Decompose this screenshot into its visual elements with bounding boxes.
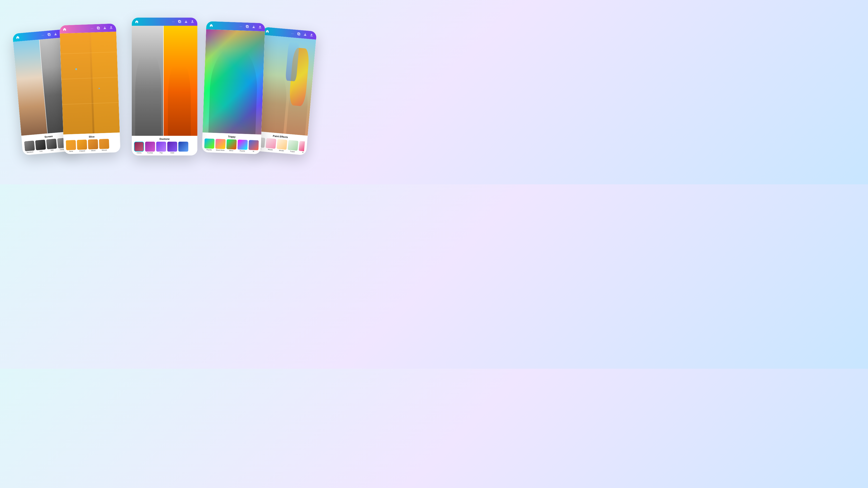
phone-card-duotone: ··· Duotone (132, 18, 197, 156)
more-icon-3[interactable]: ··· (171, 20, 176, 24)
home-icon-4[interactable] (209, 23, 214, 28)
share-icon-2[interactable] (109, 25, 114, 30)
thumb-label-mosaic: Mosaic (268, 149, 273, 151)
thumb-pop[interactable]: Pop (156, 142, 166, 154)
thumb-label-mood-stone: Mood Stone (216, 149, 224, 151)
thumb-trygon[interactable]: Trygon (287, 140, 298, 153)
copy-icon-4[interactable] (245, 24, 250, 29)
download-icon-5[interactable] (303, 32, 308, 37)
svg-rect-2 (98, 27, 100, 29)
thumbnails-duotone: Cherry Fuchsia Pop Violet (134, 142, 195, 154)
thumb-img-semitone (24, 140, 35, 151)
home-icon-2[interactable] (62, 27, 67, 32)
thumb-sliced[interactable]: Sliced (88, 139, 98, 152)
thumb-img-cherry (134, 142, 144, 152)
thumb-label-fluorite-2: Fluorite (240, 150, 245, 152)
download-icon-3[interactable] (184, 20, 188, 24)
copy-icon-2[interactable] (96, 26, 101, 31)
thumb-label-cherry: Cherry (136, 152, 141, 154)
thumb-minced[interactable]: Minced (99, 139, 110, 151)
thumb-label-none-slice: None (69, 151, 73, 152)
thumb-mirror[interactable]: Mirror (226, 139, 237, 152)
thumb-mosaic[interactable]: Mosaic (266, 138, 276, 151)
thumb-label-fuchsia: Fuchsia (147, 152, 153, 154)
thumb-label-m-trippy: M (253, 151, 254, 152)
header-3: ··· (132, 18, 197, 26)
thumb-chipped[interactable]: Chipped (77, 140, 87, 152)
thumb-label-chipped: Chipped (79, 150, 85, 152)
thumb-fluorite-1[interactable]: Fluorite (204, 138, 215, 151)
image-trippy (203, 29, 265, 135)
phone-card-slice: ··· (59, 24, 121, 154)
thumb-fluorite-2[interactable]: Fluorite (237, 140, 248, 152)
thumb-drill[interactable]: Drill (46, 138, 57, 151)
thumb-violet[interactable]: Violet (167, 142, 177, 154)
thumbnails-paint: None Mosaic Windel Trygon R... (254, 137, 305, 153)
svg-rect-8 (298, 33, 300, 35)
thumb-windel[interactable]: Windel (276, 139, 287, 152)
download-icon-1[interactable] (53, 32, 58, 37)
more-icon-4[interactable]: ··· (239, 24, 243, 29)
svg-rect-7 (246, 25, 248, 27)
thumb-img-fluorite-2 (237, 140, 248, 150)
duotone-divider (163, 26, 164, 136)
home-icon-1[interactable] (16, 35, 20, 40)
scene: ··· (18, 13, 311, 171)
svg-rect-5 (178, 20, 180, 22)
thumb-img-fuchsia (145, 142, 155, 152)
share-icon-4[interactable] (258, 25, 262, 30)
more-icon-5[interactable]: ··· (290, 31, 295, 36)
thumb-img-drill (46, 138, 57, 149)
thumb-label-sliced: Sliced (91, 150, 95, 151)
svg-rect-6 (246, 26, 248, 28)
thumb-mood-stone[interactable]: Mood Stone (215, 139, 225, 151)
bottom-trippy: Trippy Fluorite Mood Stone Mirror Fluori… (202, 132, 261, 154)
thumb-img-r-paint (299, 141, 305, 152)
thumb-label-semitone: Semitone (27, 151, 33, 153)
download-icon-4[interactable] (251, 25, 256, 29)
phone-card-trippy: ··· Trippy (202, 21, 265, 154)
bottom-slice: Slice None Chipped Sliced Minced (63, 133, 121, 154)
thumb-label-trygon: Trygon (290, 151, 295, 153)
thumb-label-drill: Drill (51, 149, 54, 151)
thumb-cherry[interactable]: Cherry (134, 142, 144, 154)
thumb-label-minced: Minced (102, 149, 107, 151)
thumb-m-trippy[interactable]: M (248, 140, 259, 153)
thumb-img-extra-duo (178, 142, 188, 152)
thumb-none-slice[interactable]: None (66, 140, 76, 152)
download-icon-2[interactable] (102, 26, 107, 30)
thumb-img-trygon (287, 140, 298, 151)
thumb-img-mosaic (266, 138, 276, 149)
thumb-img-minced (99, 139, 110, 149)
thumb-label-lino: Lino (39, 150, 43, 152)
copy-icon-1[interactable] (47, 32, 52, 37)
home-icon-5[interactable] (265, 29, 270, 34)
thumb-img-pop (156, 142, 166, 152)
thumbnails-trippy: Fluorite Mood Stone Mirror Fluorite M (204, 138, 259, 152)
thumb-r-paint[interactable]: R... (298, 141, 305, 153)
thumb-fuchsia[interactable]: Fuchsia (145, 142, 155, 154)
thumb-img-fluorite-1 (204, 138, 215, 149)
svg-rect-3 (97, 27, 99, 29)
thumb-img-none-slice (66, 140, 76, 150)
effect-title-duotone: Duotone (134, 138, 195, 140)
svg-rect-0 (49, 34, 51, 36)
copy-icon-5[interactable] (296, 32, 301, 37)
thumb-semitone[interactable]: Semitone (24, 140, 35, 153)
more-icon-1[interactable]: ··· (40, 33, 45, 38)
svg-rect-9 (298, 33, 300, 35)
share-icon-5[interactable] (309, 33, 314, 38)
effect-title-trippy: Trippy (205, 134, 259, 139)
thumb-img-sliced (88, 139, 98, 150)
more-icon-2[interactable]: ··· (90, 26, 94, 31)
svg-rect-1 (48, 33, 50, 35)
home-icon-3[interactable] (134, 20, 139, 24)
copy-icon-3[interactable] (178, 20, 182, 24)
thumb-extra-duo[interactable] (178, 142, 188, 154)
share-icon-3[interactable] (190, 20, 195, 24)
thumb-img-lino (35, 140, 46, 151)
thumb-img-mood-stone (215, 139, 226, 149)
thumb-lino[interactable]: Lino (35, 140, 46, 153)
thumbnails-slice: None Chipped Sliced Minced (66, 138, 118, 152)
effect-title-slice: Slice (66, 134, 118, 139)
